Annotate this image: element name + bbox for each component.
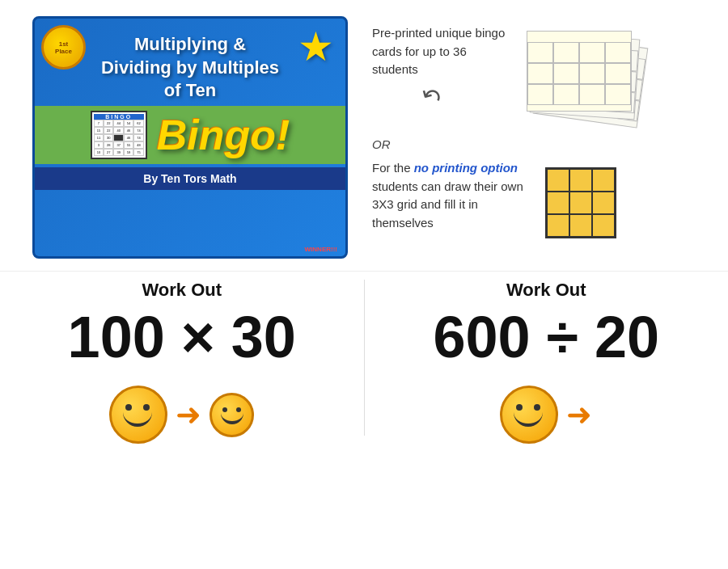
smiley-face-right	[500, 386, 558, 444]
arrow-right-icon-left: ➜	[176, 397, 201, 432]
ribbon-line2: Place	[55, 48, 72, 55]
or-text: OR	[372, 137, 391, 151]
smiley-face-small-left	[210, 393, 254, 437]
ribbon-line1: 1st	[59, 40, 69, 48]
card-front	[527, 31, 632, 112]
star-icon: ★	[298, 23, 334, 70]
grid-cell	[569, 214, 592, 237]
book-cover: 1st Place ★ Multiplying & Dividing by Mu…	[32, 16, 348, 259]
grid-cell	[569, 169, 592, 192]
curved-arrow-icon: ↷	[415, 79, 447, 114]
book-title-line3: of Ten	[164, 80, 216, 100]
no-print-text: For the no printing option students can …	[372, 159, 534, 232]
workout-label-right: Work Out	[506, 280, 586, 301]
grid-cell	[547, 192, 569, 214]
book-title-line1: Multiplying &	[134, 34, 246, 54]
ribbon-badge: 1st Place	[41, 25, 86, 70]
book-byline: By Ten Tors Math	[35, 167, 345, 190]
grid-cell	[592, 192, 615, 214]
arrow-right-icon-right: ➜	[566, 397, 592, 432]
smiley-row-left: ➜	[109, 386, 254, 444]
book-title-line2: Dividing by Multiples	[101, 57, 279, 78]
italic-no-print-text: no printing option	[414, 161, 518, 175]
3x3-grid	[545, 167, 616, 238]
workout-label-left: Work Out	[142, 280, 222, 301]
grid-cell	[547, 169, 569, 192]
bingo-word: Bingo!	[157, 114, 290, 156]
no-print-row: For the no printing option students can …	[372, 159, 616, 238]
for-the-no-text: For the	[372, 161, 411, 175]
grid-cell	[592, 214, 615, 237]
stacked-cards-image	[518, 24, 647, 129]
grid-cell	[592, 169, 615, 192]
smiley-row-right: ➜	[500, 386, 592, 444]
grid-cell	[569, 192, 592, 214]
winner-text: WINNER!!!	[305, 246, 337, 253]
rest-no-print-text: students can draw their own 3X3 grid and…	[372, 179, 523, 230]
math-expression-right: 600 ÷ 20	[433, 306, 659, 369]
preprinted-text: Pre-printed unique bingo cards for up to…	[372, 24, 510, 79]
math-expression-left: 100 × 30	[68, 306, 296, 369]
workout-panel-right: Work Out 600 ÷ 20 ➜	[365, 272, 729, 444]
book-title: Multiplying & Dividing by Multiples of T…	[53, 33, 328, 103]
bingo-card-mini: BINGO 722445462 1522404674 11304674 3283…	[91, 111, 147, 159]
bottom-section: Work Out 100 × 30 ➜ Work Out 600 ÷ 20 ➜	[0, 271, 728, 444]
workout-panel-left: Work Out 100 × 30 ➜	[0, 272, 364, 444]
preprinted-block: Pre-printed unique bingo cards for up to…	[372, 24, 647, 129]
bingo-row: BINGO 722445462 1522404674 11304674 3283…	[35, 106, 345, 164]
info-section: Pre-printed unique bingo cards for up to…	[372, 16, 704, 238]
grid-cell	[547, 214, 569, 237]
smiley-face-left	[109, 386, 167, 444]
